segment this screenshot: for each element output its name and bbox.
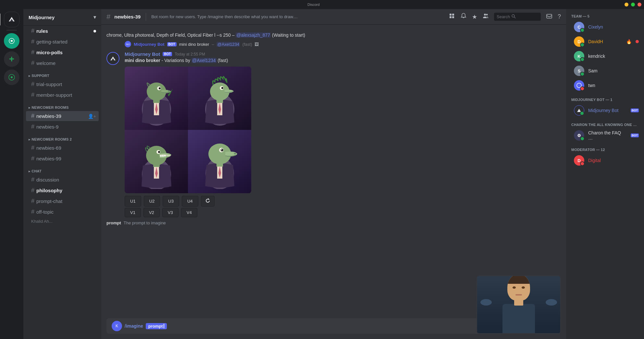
svg-point-42	[577, 83, 581, 88]
channel-hash-icon: #	[31, 113, 34, 119]
server-icon-openai[interactable]	[4, 33, 19, 49]
channel-name-discussion: discussion	[36, 177, 59, 182]
message-header: Midjourney Bot BOT Today at 2:55 PM	[125, 51, 561, 57]
prompt-description: The prompt to imagine	[124, 220, 166, 225]
message-body: mini dino broker - Variations by @Axel12…	[125, 57, 561, 64]
search-bar[interactable]: Search	[494, 13, 541, 21]
webcam-video	[477, 276, 560, 333]
u2-button[interactable]: U2	[144, 196, 160, 207]
channel-hash-icon: #	[31, 144, 34, 151]
avatar-kendrick: K	[574, 51, 584, 61]
right-sidebar: TEAM — 5 C Cixelyn D DavidH 🔥 K kendrick…	[566, 9, 644, 339]
server-separator	[6, 30, 17, 31]
message-timestamp: Today at 2:55 PM	[175, 52, 205, 56]
pin-icon[interactable]: ★	[472, 13, 477, 20]
category-chat[interactable]: ▸ CHAT	[23, 164, 101, 174]
close-button[interactable]	[638, 3, 641, 6]
category-newcomer-rooms-2[interactable]: ▸ NEWCOMER ROOMS 2	[23, 132, 101, 143]
channel-item-discussion[interactable]: # discussion	[26, 175, 99, 185]
khalid-label: Khalid Ah...	[31, 219, 53, 224]
webcam-overlay	[477, 275, 561, 334]
u1-button[interactable]: U1	[125, 196, 141, 207]
prompt-input-wrapper[interactable]: prompt	[146, 323, 167, 329]
threads-icon[interactable]	[449, 13, 455, 21]
member-name-charon: Charon the FAQ …	[588, 130, 627, 141]
messages-area[interactable]: chrome, Ultra photoreal, Depth of Field,…	[101, 25, 566, 318]
members-icon[interactable]	[482, 13, 489, 21]
channel-item-philosophy[interactable]: # philosophy	[26, 185, 99, 195]
top-message-text: chrome, Ultra photoreal, Depth of Field,…	[106, 32, 236, 38]
channel-name-newbies-39: newbies-39	[36, 113, 61, 119]
channel-item-khalid[interactable]: Khalid Ah...	[26, 218, 99, 225]
titlebar-title: Discord	[3, 3, 625, 6]
search-placeholder: Search	[497, 14, 510, 19]
prompt-label: prompt	[106, 220, 121, 225]
member-item-charon-faq[interactable]: ⚙ Charon the FAQ … BOT	[569, 128, 641, 143]
v4-button[interactable]: V4	[181, 208, 197, 217]
v1-button[interactable]: V1	[125, 208, 141, 217]
variations-by: - Variations by	[162, 58, 192, 63]
minimize-button[interactable]	[625, 3, 628, 6]
member-item-twn[interactable]: twn	[569, 78, 641, 93]
notification-icon[interactable]	[460, 13, 467, 21]
bot-preview-line: MJ Midjourney Bot BOT mini dino broker –…	[101, 40, 566, 48]
channel-item-member-support[interactable]: # member-support	[26, 90, 99, 100]
category-support[interactable]: ▸ SUPPORT	[23, 69, 101, 79]
header-divider	[146, 13, 146, 21]
section-header-team: TEAM — 5	[566, 14, 644, 19]
bot-badge: BOT	[163, 52, 172, 56]
add-server-button[interactable]: +	[4, 51, 19, 67]
channel-hash-icon: #	[31, 60, 34, 67]
action-buttons-row2: V1 V2 V3 V4	[125, 208, 561, 217]
channel-item-newbies-99[interactable]: # newbies-99	[26, 154, 99, 164]
channel-name-prompt-chat: prompt-chat	[36, 198, 62, 204]
u4-button[interactable]: U4	[182, 196, 198, 207]
channel-item-welcome[interactable]: # welcome	[26, 58, 99, 68]
v3-button[interactable]: V3	[162, 208, 179, 217]
svg-rect-4	[452, 14, 454, 16]
svg-point-8	[486, 14, 488, 16]
channel-hash-icon: #	[31, 176, 34, 183]
preview-image-icon[interactable]: 🖼	[254, 42, 259, 47]
channel-item-newbies-9[interactable]: # newbies-9	[26, 122, 99, 132]
channel-header-name: newbies-39	[114, 14, 141, 19]
channel-hash-icon: #	[31, 28, 34, 34]
u3-button[interactable]: U3	[163, 196, 179, 207]
member-name-davidh: DavidH	[588, 39, 622, 44]
server-icon-midjourney[interactable]	[4, 12, 19, 27]
channel-item-newbies-69[interactable]: # newbies-69	[26, 143, 99, 153]
svg-line-10	[514, 17, 516, 19]
channel-name-trial-support: trial-support	[36, 82, 62, 87]
discover-servers-button[interactable]	[4, 69, 19, 85]
member-name-twn: twn	[588, 83, 639, 88]
server-header[interactable]: Midjourney ▾	[23, 9, 101, 26]
member-item-kendrick[interactable]: K kendrick	[569, 49, 641, 63]
channel-item-getting-started[interactable]: # getting-started	[26, 37, 99, 47]
inbox-icon[interactable]	[546, 13, 552, 21]
category-newcomer-rooms[interactable]: ▸ NEWCOMER ROOMS	[23, 100, 101, 111]
channel-item-rules[interactable]: # rules	[26, 26, 99, 36]
channel-item-trial-support[interactable]: # trial-support	[26, 79, 99, 89]
help-icon[interactable]: ?	[558, 13, 561, 20]
channel-item-off-topic[interactable]: # off-topic	[26, 207, 99, 217]
v2-button[interactable]: V2	[143, 208, 160, 217]
maximize-button[interactable]	[631, 3, 635, 6]
member-item-sam[interactable]: S Sam	[569, 64, 641, 78]
channel-hash-icon: #	[31, 208, 34, 215]
member-item-midjourney-bot[interactable]: Midjourney Bot BOT	[569, 103, 641, 118]
charon-bot-badge: BOT	[631, 133, 639, 137]
channel-hash-icon: #	[31, 81, 34, 88]
member-item-cixelyn[interactable]: C Cixelyn	[569, 20, 641, 34]
channel-item-micro-polls[interactable]: # micro-polls	[26, 47, 99, 57]
channel-item-prompt-chat[interactable]: # prompt-chat	[26, 196, 99, 206]
server-name: Midjourney	[29, 15, 55, 20]
preview-mention: @Axel1234	[217, 42, 240, 47]
image-cell-1	[125, 67, 188, 130]
refresh-button[interactable]	[201, 196, 215, 207]
member-item-davidh[interactable]: D DavidH 🔥	[569, 34, 641, 49]
header-icons: ★ Search ?	[449, 13, 561, 21]
channel-item-newbies-39[interactable]: # newbies-39 👤+	[26, 111, 99, 121]
avatar-digital: D	[574, 155, 584, 166]
message-group-bot: Midjourney Bot BOT Today at 2:55 PM mini…	[101, 49, 566, 219]
member-item-digital[interactable]: D Digital	[569, 153, 641, 168]
